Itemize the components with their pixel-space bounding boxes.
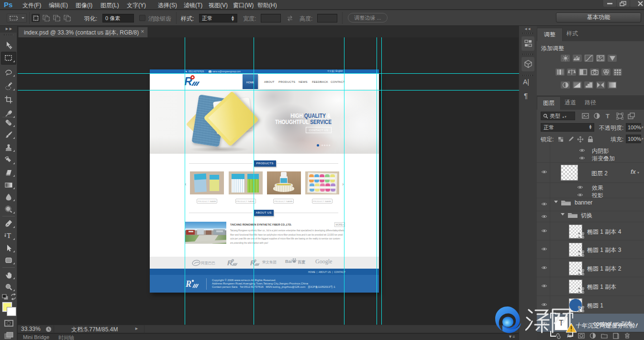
- svg-text:R: R: [186, 279, 191, 289]
- svg-text:T: T: [7, 232, 11, 239]
- svg-text:T: T: [606, 113, 610, 120]
- svg-text:阿里巴巴: 阿里巴巴: [201, 261, 215, 265]
